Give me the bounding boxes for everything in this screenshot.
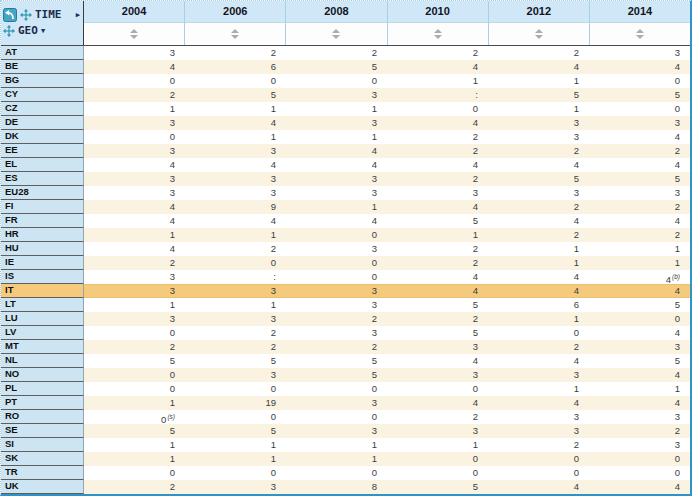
table-row[interactable]: IS3:0444(b): [1, 270, 690, 284]
data-cell: 2: [589, 200, 690, 214]
data-cell: 0: [84, 382, 185, 396]
sort-down-arrow[interactable]: [130, 35, 138, 39]
geo-cell: LV: [1, 326, 84, 340]
table-row[interactable]: HU423211: [1, 242, 690, 256]
table-row[interactable]: TR000000: [1, 466, 690, 480]
table-row[interactable]: DE343433: [1, 116, 690, 130]
table-row[interactable]: BE465444: [1, 60, 690, 74]
data-cell: 4: [387, 396, 488, 410]
data-cell: 3: [286, 88, 387, 102]
move-icon[interactable]: [3, 25, 15, 37]
sort-icon[interactable]: [636, 29, 644, 39]
sort-icon[interactable]: [332, 29, 340, 39]
sort-down-arrow[interactable]: [535, 35, 543, 39]
data-cell: 1: [589, 382, 690, 396]
data-cell: 0: [387, 382, 488, 396]
sort-down-arrow[interactable]: [434, 35, 442, 39]
data-cell: 3: [488, 130, 589, 144]
year-label: 2004: [84, 1, 184, 23]
data-cell: 0: [185, 74, 286, 88]
data-cell: :: [387, 88, 488, 102]
year-label: 2012: [489, 1, 589, 23]
table-row[interactable]: LT113565: [1, 298, 690, 312]
sort-row: [84, 23, 184, 44]
table-row[interactable]: IE200211: [1, 256, 690, 270]
pivot-icon[interactable]: [3, 8, 17, 22]
sort-icon[interactable]: [130, 29, 138, 39]
data-explorer-table: TIME ▶ GEO: [0, 0, 692, 496]
geo-cell: CZ: [1, 102, 84, 116]
table-row[interactable]: EU28333333: [1, 186, 690, 200]
sort-up-arrow[interactable]: [130, 29, 138, 33]
geo-axis-label: GEO: [18, 24, 38, 38]
geo-cell: FR: [1, 214, 84, 228]
table-row[interactable]: CZ111010: [1, 102, 690, 116]
table-row[interactable]: LU332210: [1, 312, 690, 326]
data-cell: 1: [185, 228, 286, 242]
sort-icon[interactable]: [434, 29, 442, 39]
table-row[interactable]: SI111123: [1, 438, 690, 452]
table-row[interactable]: CY253:55: [1, 88, 690, 102]
data-cell: 4: [488, 396, 589, 410]
year-label: 2008: [286, 1, 386, 23]
table-row[interactable]: IT333444: [1, 284, 690, 298]
table-row[interactable]: AT322223: [1, 46, 690, 60]
table-row[interactable]: EE334222: [1, 144, 690, 158]
geo-cell: UK: [1, 480, 84, 494]
data-cell: 3: [589, 340, 690, 354]
table-row[interactable]: ES333255: [1, 172, 690, 186]
data-cell: 0: [488, 326, 589, 340]
table-row[interactable]: LV023504: [1, 326, 690, 340]
sort-up-arrow[interactable]: [535, 29, 543, 33]
table-row[interactable]: FR444544: [1, 214, 690, 228]
table-row[interactable]: BG000110: [1, 74, 690, 88]
data-cell: 3: [286, 116, 387, 130]
data-cell: 0: [286, 466, 387, 480]
data-cell: 4: [286, 214, 387, 228]
data-cell: 3: [84, 284, 185, 298]
table-row[interactable]: DK011234: [1, 130, 690, 144]
sort-up-arrow[interactable]: [434, 29, 442, 33]
geo-cell: IE: [1, 256, 84, 270]
table-row[interactable]: UK238544: [1, 480, 690, 494]
move-icon[interactable]: [20, 9, 32, 21]
data-cell: 5: [387, 326, 488, 340]
cell-value: 0: [161, 414, 166, 424]
table-body: AT322223BE465444BG000110CY253:55CZ111010…: [1, 46, 690, 494]
sort-up-arrow[interactable]: [636, 29, 644, 33]
data-cell: 2: [589, 228, 690, 242]
table-row[interactable]: SE553332: [1, 424, 690, 438]
sort-up-arrow[interactable]: [231, 29, 239, 33]
sort-down-arrow[interactable]: [636, 35, 644, 39]
table-row[interactable]: FI491422: [1, 200, 690, 214]
sort-up-arrow[interactable]: [332, 29, 340, 33]
data-cell: 4: [84, 242, 185, 256]
flag-superscript: (s): [167, 413, 175, 420]
data-cell: 3: [84, 172, 185, 186]
table-row[interactable]: MT222323: [1, 340, 690, 354]
data-cell: 5: [84, 424, 185, 438]
table-row[interactable]: RO0(s)00233: [1, 410, 690, 424]
sort-icon[interactable]: [231, 29, 239, 39]
data-cell: 0: [185, 382, 286, 396]
geo-cell: PL: [1, 382, 84, 396]
table-row[interactable]: NL555445: [1, 354, 690, 368]
data-cell: 1: [84, 102, 185, 116]
data-cell: 0: [286, 228, 387, 242]
table-row[interactable]: HR110122: [1, 228, 690, 242]
arrow-right-icon[interactable]: ▶: [76, 8, 80, 22]
table-row[interactable]: PT1193444: [1, 396, 690, 410]
chevron-down-icon[interactable]: ▼: [41, 24, 45, 38]
data-cell: 3: [589, 46, 690, 60]
table-row[interactable]: SK111000: [1, 452, 690, 466]
data-cell: 1: [488, 102, 589, 116]
table-row[interactable]: PL000011: [1, 382, 690, 396]
sort-down-arrow[interactable]: [231, 35, 239, 39]
table-row[interactable]: NO035334: [1, 368, 690, 382]
data-cell: 3: [387, 368, 488, 382]
data-cell: 1: [286, 452, 387, 466]
geo-cell: HR: [1, 228, 84, 242]
table-row[interactable]: EL444444: [1, 158, 690, 172]
sort-icon[interactable]: [535, 29, 543, 39]
sort-down-arrow[interactable]: [332, 35, 340, 39]
